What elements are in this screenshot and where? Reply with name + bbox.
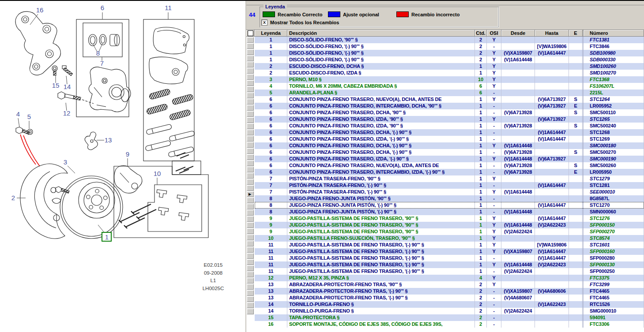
callout-12[interactable]: 12 — [63, 109, 71, 117]
record-selector[interactable] — [247, 62, 254, 67]
record-selector[interactable] — [247, 37, 254, 43]
record-selector[interactable] — [247, 123, 254, 129]
table-row[interactable]: 6CONJUNTO PINZA-FRENO TRASERO, IZDA, '90… — [255, 123, 644, 129]
callout-8[interactable]: 8 — [96, 49, 100, 57]
table-row[interactable]: 6CONJUNTO PINZA-FRENO TRASERO, DCHA, '(-… — [255, 142, 644, 149]
table-row[interactable]: 7PISTÓN-PINZA TRASERA-FRENO, '(-) 90'" §… — [255, 182, 644, 189]
record-selector[interactable] — [247, 296, 254, 302]
record-selector[interactable] — [247, 253, 254, 259]
table-row[interactable]: 8JUEGO-PINZA FRENO-JUNTA PISTÓN, '90'" §… — [255, 195, 644, 202]
table-row[interactable]: 11JUEGO-PASTILLA-SISTEMA DE FRENO TRASER… — [255, 242, 644, 248]
record-selector[interactable] — [247, 272, 254, 277]
callout-11[interactable]: 11 — [165, 4, 172, 11]
table-row[interactable]: 9JUEGO-PASTILLA-SISTEMA DE FRENO TRASERO… — [255, 215, 644, 222]
record-selector[interactable] — [247, 136, 254, 142]
record-selector[interactable] — [247, 222, 254, 228]
record-selector[interactable] — [247, 160, 254, 166]
table-row[interactable]: 14TORNILLO-PURGA-FRENO §2-(V)1A622423RTC… — [255, 301, 644, 308]
record-selector[interactable] — [247, 204, 254, 209]
table-row[interactable]: 6CONJUNTO PINZA-FRENO TRASERO, IZDA, '(-… — [255, 156, 644, 162]
record-selector[interactable] — [247, 290, 254, 296]
callout-14[interactable]: 14 — [64, 83, 71, 90]
callout-9[interactable]: 9 — [126, 150, 129, 158]
table-row[interactable]: 6CONJUNTO PINZA-FRENO TRASERO, NUEVO(A),… — [255, 96, 644, 103]
record-selector[interactable] — [247, 105, 254, 111]
record-selector[interactable] — [247, 278, 254, 284]
record-selector-current[interactable]: ▶ — [247, 191, 254, 197]
record-selector[interactable] — [247, 210, 254, 216]
table-row[interactable]: 2ESCUDO-DISCO-FRENO, IZDA §1YSMD100270 — [255, 70, 644, 76]
callout-13[interactable]: 13 — [105, 136, 112, 144]
table-row[interactable]: 1DISCO-SÓLIDO-FRENO, '90'" §2YFTC1381 — [255, 37, 644, 43]
table-row-selected[interactable]: 8JUEGO-PINZA FRENO-JUNTA PISTÓN, '(-) 90… — [255, 202, 644, 209]
record-selector[interactable] — [247, 74, 254, 80]
record-selector[interactable] — [247, 167, 254, 172]
table-row[interactable]: 1DISCO-SÓLIDO-FRENO, '(-) 90'" §2Y(V)1A6… — [255, 56, 644, 63]
record-selector[interactable] — [247, 265, 254, 271]
record-selector[interactable] — [247, 228, 254, 234]
table-row[interactable]: 16SOPORTE MONTAJE, CÓDIGO DE EJES 38S, C… — [255, 321, 644, 328]
table-row[interactable]: 11JUEGO-PASTILLA-SISTEMA DE FRENO TRASER… — [255, 261, 644, 268]
table-row[interactable]: 2ESCUDO-DISCO-FRENO, DCHA §1YSMD100260 — [255, 63, 644, 70]
table-row[interactable]: 13ABRAZADERA-PROTECTOR-FRENO TRAS, '(-) … — [255, 288, 644, 295]
table-row[interactable]: 11JUEGO-PASTILLA-SISTEMA DE FRENO TRASER… — [255, 268, 644, 275]
table-row[interactable]: 6CONJUNTO PINZA-FRENO TRASERO, DCHA, '(-… — [255, 129, 644, 136]
table-row[interactable]: 9JUEGO-PASTILLA-SISTEMA DE FRENO TRASERO… — [255, 222, 644, 228]
record-selector[interactable] — [247, 111, 254, 117]
record-selector[interactable] — [247, 247, 254, 253]
record-selector[interactable] — [247, 259, 254, 265]
callout-10[interactable]: 10 — [154, 170, 161, 177]
callout-6[interactable]: 6 — [101, 4, 104, 11]
table-row[interactable]: 4TORNILLO, M6 X 20MM, CABEZA EMBRIDADA §… — [255, 83, 644, 90]
record-selector[interactable] — [247, 179, 254, 185]
table-row[interactable]: 1DISCO-SÓLIDO-FRENO, '(-) 90'" §2Y(V)XA1… — [255, 50, 644, 56]
table-row[interactable]: 6CONJUNTO PINZA-FRENO TRASERO, DCHA, '(-… — [255, 149, 644, 156]
table-row[interactable]: 13ABRAZADERA-PROTECTOR-FRENO TRAS, '90'"… — [255, 281, 644, 288]
record-selector[interactable] — [247, 117, 254, 123]
table-row[interactable]: 14TORNILLO-PURGA-FRENO §2-(V)2A622424SMG… — [255, 308, 644, 314]
callout-5[interactable]: 5 — [27, 113, 31, 120]
record-selector[interactable] — [247, 173, 254, 179]
record-selector[interactable] — [247, 93, 254, 98]
record-selector[interactable] — [247, 68, 254, 74]
table-row[interactable]: 8JUEGO-PINZA FRENO-JUNTA PISTÓN, '(-) 90… — [255, 209, 644, 215]
record-selector[interactable] — [247, 302, 254, 308]
record-selector[interactable] — [247, 142, 254, 148]
table-row[interactable]: 13ABRAZADERA-PROTECTOR-FRENO TRAS, '(-) … — [255, 295, 644, 301]
record-selector[interactable] — [247, 185, 254, 191]
record-selector[interactable] — [247, 56, 254, 61]
callout-15[interactable]: 15 — [52, 82, 60, 89]
record-selector[interactable] — [247, 99, 254, 104]
table-row[interactable]: 7PISTÓN-PINZA TRASERA-FRENO, '(-) 90'" §… — [255, 189, 644, 195]
table-row[interactable]: 6CONJUNTO PINZA-FRENO TRASERO, DCHA, '90… — [255, 109, 644, 116]
record-selector[interactable] — [247, 216, 254, 222]
table-row[interactable]: 5ARANDELA-PLANA §6-2215L — [255, 90, 644, 96]
table-row[interactable]: 6CONJUNTO PINZA-FRENO TRASERO, IZDA, '(-… — [255, 136, 644, 142]
record-selector[interactable] — [247, 86, 254, 92]
record-selector[interactable] — [247, 284, 254, 290]
table-row[interactable]: 6CONJUNTO PINZA-FRENO TRASERO, IZDA, '90… — [255, 116, 644, 123]
record-selector[interactable] — [247, 241, 254, 246]
table-row[interactable]: 11JUEGO-PASTILLA-SISTEMA DE FRENO TRASER… — [255, 255, 644, 261]
callout-16[interactable]: 16 — [36, 6, 44, 14]
callout-2[interactable]: 2 — [11, 194, 15, 201]
table-row[interactable]: 6CONJUNTO PINZA-FRENO TRASERO, INTERCAMB… — [255, 103, 644, 109]
record-selector[interactable] — [247, 235, 254, 240]
select-all-box[interactable] — [246, 30, 255, 36]
table-row[interactable]: 12PERNO, M12 X 35, PINZA §4YFTC3375 — [255, 275, 644, 281]
table-row[interactable]: 6CONJUNTO PINZA-FRENO TRASERO, INTERCAMB… — [255, 169, 644, 175]
table-row[interactable]: 7PISTÓN-PINZA TRASERA-FRENO, '90'" §1YST… — [255, 175, 644, 182]
record-selector[interactable] — [247, 148, 254, 154]
record-selector[interactable] — [247, 154, 254, 160]
record-selector[interactable] — [247, 309, 254, 314]
show-all-checkbox[interactable]: X — [261, 19, 267, 26]
table-row[interactable]: 15TAPA-PROTECTORA §2-594091 — [255, 314, 644, 321]
table-row[interactable]: 3PERNO, M10 §10YFTC1368 — [255, 76, 644, 83]
table-row[interactable]: 1DISCO-SÓLIDO-FRENO, '(-) 90'" §2-[V]WA1… — [255, 43, 644, 50]
callout-4[interactable]: 4 — [16, 110, 20, 118]
table-row[interactable]: 11JUEGO-PASTILLA-SISTEMA DE FRENO TRASER… — [255, 248, 644, 255]
table-row[interactable]: 9JUEGO-PASTILLA-SISTEMA DE FRENO TRASERO… — [255, 228, 644, 235]
record-selector[interactable] — [247, 198, 254, 203]
callout-7[interactable]: 7 — [100, 60, 104, 67]
callout-3[interactable]: 3 — [64, 158, 67, 166]
